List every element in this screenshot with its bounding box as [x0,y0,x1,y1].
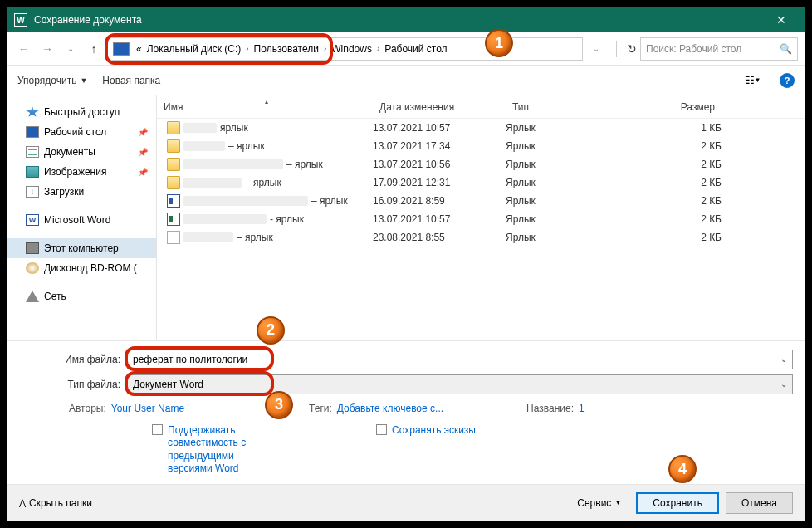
tags-value[interactable]: Добавьте ключевое с... [337,403,443,414]
file-suffix: ярлык [220,122,248,134]
chevron-right-icon: › [246,44,248,53]
sidebar-network[interactable]: Сеть [7,286,156,306]
authors-label: Авторы: [69,403,106,414]
breadcrumb-item[interactable]: Windows [330,43,374,55]
chevron-down-icon: ▼ [614,499,621,506]
save-button[interactable]: Сохранить [636,492,719,514]
sidebar-pictures[interactable]: Изображения📌 [7,162,156,182]
file-size: 1 КБ [622,122,722,134]
nav-recent-dropdown[interactable]: ⌄ [61,39,81,59]
file-suffix: – ярлык [286,159,323,170]
toolbar: Упорядочить ▼ Новая папка ☷ ▼ ? [7,66,805,95]
close-button[interactable]: ✕ [765,13,798,27]
file-type: Ярлык [506,159,622,170]
file-row[interactable]: – ярлык16.09.2021 8:59Ярлык2 КБ [157,192,805,210]
file-type: Ярлык [506,122,622,134]
network-icon [26,291,39,302]
annotation-marker-3: 3 [265,391,293,419]
new-folder-button[interactable]: Новая папка [102,75,160,86]
col-name-header[interactable]: Имя▴ [157,101,373,113]
col-size-header[interactable]: Размер [622,101,722,113]
sidebar-downloads[interactable]: Загрузки [7,182,156,202]
breadcrumb-item[interactable]: Пользователи [252,43,320,55]
search-input[interactable]: Поиск: Рабочий стол 🔍 [640,37,798,61]
col-type-header[interactable]: Тип [506,101,622,113]
breadcrumb-prefix: « [136,43,142,55]
titlebar: W Сохранение документа ✕ [7,7,805,32]
refresh-button[interactable]: ↻ [627,42,637,56]
file-list: Имя▴ Дата изменения Тип Размер ярлык13.0… [157,95,805,340]
sidebar-desktop[interactable]: Рабочий стол📌 [7,122,156,142]
file-icon [167,213,180,226]
annotation-marker-2: 2 [257,316,285,345]
file-row[interactable]: - ярлык13.07.2021 10:57Ярлык2 КБ [157,210,805,228]
compat-label[interactable]: Поддерживать совместимость с предыдущими… [168,424,276,476]
location-icon [113,42,130,56]
file-row[interactable]: – ярлык23.08.2021 8:55Ярлык2 КБ [157,228,805,247]
annotation-marker-1: 1 [485,29,513,57]
file-suffix: - ярлык [270,213,304,225]
file-date: 23.08.2021 8:55 [373,232,506,243]
sidebar-bdrom[interactable]: Дисковод BD-ROM ( [7,258,156,278]
service-menu[interactable]: Сервис ▼ [577,497,621,509]
doc-title-value[interactable]: 1 [579,403,585,414]
file-suffix: – ярлык [245,177,281,188]
pin-icon: 📌 [138,128,148,137]
column-headers: Имя▴ Дата изменения Тип Размер [157,95,805,119]
redacted-name [183,232,233,242]
file-icon [167,231,180,244]
dialog-footer: ⋀ Скрыть папки Сервис ▼ Сохранить Отмена… [7,484,805,521]
sidebar-quick-access[interactable]: Быстрый доступ [7,102,156,122]
redacted-name [183,214,267,224]
file-row[interactable]: – ярлык13.07.2021 10:56Ярлык2 КБ [157,155,805,174]
thumbs-checkbox[interactable] [376,424,387,435]
downloads-icon [26,186,39,198]
file-row[interactable]: – ярлык17.09.2021 12:31Ярлык2 КБ [157,174,805,192]
breadcrumb-item[interactable]: Рабочий стол [383,43,448,55]
file-size: 2 КБ [622,232,722,243]
thumbs-label[interactable]: Сохранять эскизы [392,424,476,436]
authors-value[interactable]: Your User Name [111,403,184,414]
redacted-name [183,178,242,188]
sidebar-word[interactable]: WMicrosoft Word [7,210,156,230]
file-type: Ярлык [506,213,622,225]
word-icon: W [26,214,39,226]
file-size: 2 КБ [622,177,722,188]
sidebar-this-pc[interactable]: Этот компьютер [7,238,156,258]
file-row[interactable]: – ярлык13.07.2021 17:34Ярлык2 КБ [157,137,805,155]
file-type: Ярлык [506,177,622,188]
breadcrumb-item[interactable]: Локальный диск (C:) [145,43,243,55]
sidebar-documents[interactable]: Документы📌 [7,142,156,162]
breadcrumb-dropdown[interactable]: ⌄ [586,39,606,59]
help-button[interactable]: ? [780,73,795,88]
file-type: Ярлык [506,140,622,152]
sort-indicator-icon: ▴ [265,98,268,105]
save-dialog-window: W Сохранение документа ✕ ← → ⌄ ↑ « Локал… [7,7,805,521]
navbar: ← → ⌄ ↑ « Локальный диск (C:) › Пользова… [7,32,805,66]
cancel-button[interactable]: Отмена [726,492,793,514]
filename-label: Имя файла: [19,354,127,365]
file-size: 2 КБ [622,140,722,152]
nav-forward-button[interactable]: → [37,39,57,59]
file-icon [167,158,180,171]
file-icon [167,176,180,189]
compat-checkbox[interactable] [152,424,163,435]
nav-up-button[interactable]: ↑ [84,39,104,59]
hide-folders-button[interactable]: ⋀ Скрыть папки [19,497,92,509]
filetype-label: Тип файла: [19,379,127,390]
view-mode-button[interactable]: ☷ ▼ [741,71,765,90]
chevron-down-icon[interactable]: ⌄ [780,354,787,364]
nav-back-button[interactable]: ← [14,39,34,59]
redacted-name [183,159,283,169]
desktop-icon [26,126,39,138]
col-date-header[interactable]: Дата изменения [373,101,506,113]
chevron-right-icon: › [377,44,379,53]
chevron-down-icon[interactable]: ⌄ [780,379,787,389]
organize-menu[interactable]: Упорядочить ▼ [17,75,87,86]
file-size: 2 КБ [622,195,722,207]
file-date: 13.07.2021 10:56 [373,159,506,170]
filename-input[interactable]: реферат по политологии⌄ [127,350,793,369]
file-icon [167,121,180,134]
filetype-input[interactable]: Документ Word⌄ [127,374,793,394]
file-row[interactable]: ярлык13.07.2021 10:57Ярлык1 КБ [157,119,805,137]
